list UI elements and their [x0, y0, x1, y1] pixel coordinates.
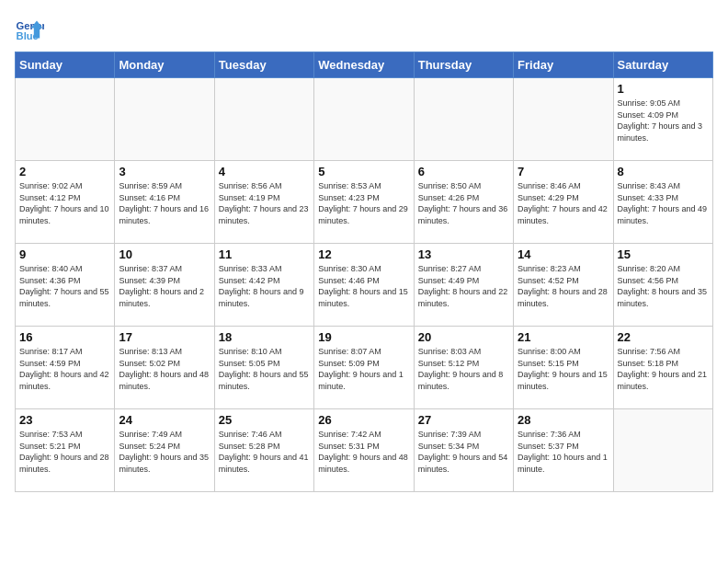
logo: General Blue: [15, 15, 48, 44]
calendar-cell: 13Sunrise: 8:27 AM Sunset: 4:49 PM Dayli…: [414, 244, 513, 327]
day-number: 8: [618, 165, 709, 178]
day-info: Sunrise: 7:36 AM Sunset: 5:37 PM Dayligh…: [518, 429, 609, 475]
day-number: 6: [418, 165, 509, 178]
day-info: Sunrise: 7:42 AM Sunset: 5:31 PM Dayligh…: [318, 429, 409, 475]
day-info: Sunrise: 8:53 AM Sunset: 4:23 PM Dayligh…: [318, 180, 409, 226]
calendar-cell: 18Sunrise: 8:10 AM Sunset: 5:05 PM Dayli…: [214, 327, 313, 409]
day-info: Sunrise: 7:53 AM Sunset: 5:21 PM Dayligh…: [19, 429, 110, 475]
day-number: 26: [318, 413, 409, 427]
day-info: Sunrise: 8:13 AM Sunset: 5:02 PM Dayligh…: [119, 346, 210, 392]
day-info: Sunrise: 7:56 AM Sunset: 5:18 PM Dayligh…: [618, 346, 709, 392]
calendar-cell: 8Sunrise: 8:43 AM Sunset: 4:33 PM Daylig…: [613, 161, 712, 244]
day-info: Sunrise: 8:33 AM Sunset: 4:42 PM Dayligh…: [219, 263, 310, 309]
calendar-cell: 2Sunrise: 9:02 AM Sunset: 4:12 PM Daylig…: [16, 161, 115, 244]
calendar-cell: [16, 78, 115, 161]
calendar-cell: 19Sunrise: 8:07 AM Sunset: 5:09 PM Dayli…: [314, 327, 414, 409]
calendar-cell: 25Sunrise: 7:46 AM Sunset: 5:28 PM Dayli…: [214, 409, 313, 492]
day-number: 13: [418, 247, 509, 261]
day-number: 20: [418, 330, 509, 344]
day-number: 15: [618, 247, 709, 261]
calendar-week-4: 23Sunrise: 7:53 AM Sunset: 5:21 PM Dayli…: [16, 409, 713, 492]
day-info: Sunrise: 8:43 AM Sunset: 4:33 PM Dayligh…: [618, 180, 709, 226]
weekday-header-saturday: Saturday: [613, 52, 712, 78]
day-info: Sunrise: 8:10 AM Sunset: 5:05 PM Dayligh…: [219, 346, 310, 392]
day-number: 7: [518, 165, 609, 178]
day-number: 22: [618, 330, 709, 344]
calendar-cell: 5Sunrise: 8:53 AM Sunset: 4:23 PM Daylig…: [314, 161, 414, 244]
day-number: 23: [19, 413, 110, 427]
calendar-cell: 28Sunrise: 7:36 AM Sunset: 5:37 PM Dayli…: [514, 409, 613, 492]
day-info: Sunrise: 8:00 AM Sunset: 5:15 PM Dayligh…: [518, 346, 609, 392]
logo-icon: General Blue: [15, 15, 44, 44]
weekday-header-wednesday: Wednesday: [314, 52, 414, 78]
calendar-cell: 12Sunrise: 8:30 AM Sunset: 4:46 PM Dayli…: [314, 244, 414, 327]
weekday-header-tuesday: Tuesday: [214, 52, 313, 78]
calendar-cell: 14Sunrise: 8:23 AM Sunset: 4:52 PM Dayli…: [514, 244, 613, 327]
calendar-cell: [214, 78, 313, 161]
day-number: 27: [418, 413, 509, 427]
calendar-cell: 23Sunrise: 7:53 AM Sunset: 5:21 PM Dayli…: [16, 409, 115, 492]
day-number: 5: [318, 165, 409, 178]
day-info: Sunrise: 7:49 AM Sunset: 5:24 PM Dayligh…: [119, 429, 210, 475]
weekday-header-sunday: Sunday: [16, 52, 115, 78]
calendar-cell: 27Sunrise: 7:39 AM Sunset: 5:34 PM Dayli…: [414, 409, 513, 492]
weekday-header-friday: Friday: [514, 52, 613, 78]
calendar-week-3: 16Sunrise: 8:17 AM Sunset: 4:59 PM Dayli…: [16, 327, 713, 409]
day-info: Sunrise: 8:59 AM Sunset: 4:16 PM Dayligh…: [119, 180, 210, 226]
calendar-week-2: 9Sunrise: 8:40 AM Sunset: 4:36 PM Daylig…: [16, 244, 713, 327]
day-number: 28: [518, 413, 609, 427]
day-info: Sunrise: 8:23 AM Sunset: 4:52 PM Dayligh…: [518, 263, 609, 309]
day-number: 10: [119, 247, 210, 261]
calendar-cell: 17Sunrise: 8:13 AM Sunset: 5:02 PM Dayli…: [115, 327, 214, 409]
day-info: Sunrise: 8:20 AM Sunset: 4:56 PM Dayligh…: [618, 263, 709, 309]
calendar-cell: 6Sunrise: 8:50 AM Sunset: 4:26 PM Daylig…: [414, 161, 513, 244]
page-header: General Blue: [15, 15, 713, 44]
calendar-cell: 10Sunrise: 8:37 AM Sunset: 4:39 PM Dayli…: [115, 244, 214, 327]
day-number: 25: [219, 413, 310, 427]
calendar-cell: 4Sunrise: 8:56 AM Sunset: 4:19 PM Daylig…: [214, 161, 313, 244]
day-number: 24: [119, 413, 210, 427]
day-info: Sunrise: 8:50 AM Sunset: 4:26 PM Dayligh…: [418, 180, 509, 226]
calendar-cell: 15Sunrise: 8:20 AM Sunset: 4:56 PM Dayli…: [613, 244, 712, 327]
calendar-cell: 3Sunrise: 8:59 AM Sunset: 4:16 PM Daylig…: [115, 161, 214, 244]
calendar-header-row: SundayMondayTuesdayWednesdayThursdayFrid…: [16, 52, 713, 78]
day-info: Sunrise: 9:05 AM Sunset: 4:09 PM Dayligh…: [618, 98, 709, 144]
day-info: Sunrise: 7:46 AM Sunset: 5:28 PM Dayligh…: [219, 429, 310, 475]
day-info: Sunrise: 8:56 AM Sunset: 4:19 PM Dayligh…: [219, 180, 310, 226]
day-number: 4: [219, 165, 310, 178]
day-number: 18: [219, 330, 310, 344]
calendar-cell: [115, 78, 214, 161]
day-number: 14: [518, 247, 609, 261]
calendar-cell: 1Sunrise: 9:05 AM Sunset: 4:09 PM Daylig…: [613, 78, 712, 161]
day-number: 1: [618, 82, 709, 96]
calendar-week-1: 2Sunrise: 9:02 AM Sunset: 4:12 PM Daylig…: [16, 161, 713, 244]
day-number: 12: [318, 247, 409, 261]
day-info: Sunrise: 8:27 AM Sunset: 4:49 PM Dayligh…: [418, 263, 509, 309]
day-number: 16: [19, 330, 110, 344]
day-number: 11: [219, 247, 310, 261]
weekday-header-monday: Monday: [115, 52, 214, 78]
calendar-cell: 11Sunrise: 8:33 AM Sunset: 4:42 PM Dayli…: [214, 244, 313, 327]
calendar-cell: 9Sunrise: 8:40 AM Sunset: 4:36 PM Daylig…: [16, 244, 115, 327]
day-info: Sunrise: 8:46 AM Sunset: 4:29 PM Dayligh…: [518, 180, 609, 226]
weekday-header-thursday: Thursday: [414, 52, 513, 78]
calendar-cell: [414, 78, 513, 161]
day-info: Sunrise: 8:37 AM Sunset: 4:39 PM Dayligh…: [119, 263, 210, 309]
day-info: Sunrise: 8:03 AM Sunset: 5:12 PM Dayligh…: [418, 346, 509, 392]
day-info: Sunrise: 8:07 AM Sunset: 5:09 PM Dayligh…: [318, 346, 409, 392]
day-info: Sunrise: 8:17 AM Sunset: 4:59 PM Dayligh…: [19, 346, 110, 392]
day-number: 3: [119, 165, 210, 178]
day-number: 2: [19, 165, 110, 178]
calendar-week-0: 1Sunrise: 9:05 AM Sunset: 4:09 PM Daylig…: [16, 78, 713, 161]
calendar-cell: 7Sunrise: 8:46 AM Sunset: 4:29 PM Daylig…: [514, 161, 613, 244]
calendar-cell: 26Sunrise: 7:42 AM Sunset: 5:31 PM Dayli…: [314, 409, 414, 492]
day-info: Sunrise: 8:30 AM Sunset: 4:46 PM Dayligh…: [318, 263, 409, 309]
calendar-cell: [514, 78, 613, 161]
calendar-cell: 24Sunrise: 7:49 AM Sunset: 5:24 PM Dayli…: [115, 409, 214, 492]
day-info: Sunrise: 9:02 AM Sunset: 4:12 PM Dayligh…: [19, 180, 110, 226]
day-number: 19: [318, 330, 409, 344]
calendar-cell: 21Sunrise: 8:00 AM Sunset: 5:15 PM Dayli…: [514, 327, 613, 409]
day-number: 21: [518, 330, 609, 344]
calendar-cell: 22Sunrise: 7:56 AM Sunset: 5:18 PM Dayli…: [613, 327, 712, 409]
day-info: Sunrise: 8:40 AM Sunset: 4:36 PM Dayligh…: [19, 263, 110, 309]
